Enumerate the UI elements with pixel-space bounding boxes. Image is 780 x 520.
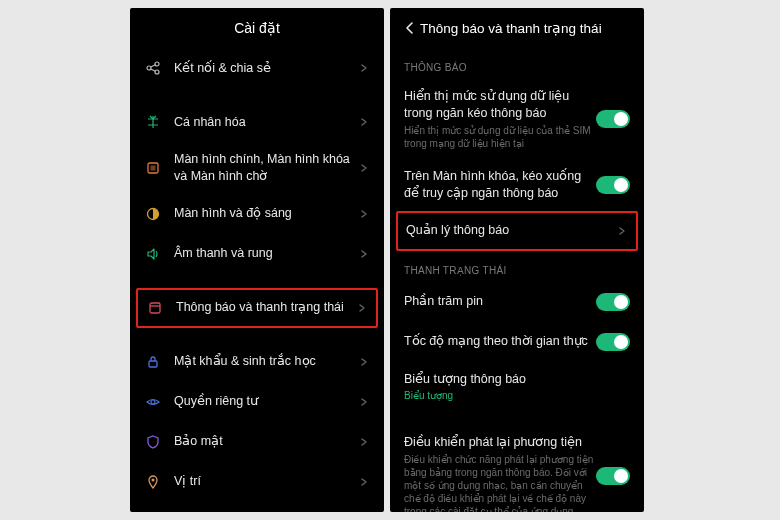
row-label: Trên Màn hình khóa, kéo xuống để truy cậ… xyxy=(404,168,596,202)
row-label: Biểu tượng thông báo xyxy=(404,371,630,388)
page-title: Cài đặt xyxy=(142,20,372,36)
notification-settings-list: THÔNG BÁO Hiển thị mức sử dụng dữ liệu t… xyxy=(390,48,644,512)
section-header: THANH TRẠNG THÁI xyxy=(390,251,644,282)
toggle-row[interactable]: Trên Màn hình khóa, kéo xuống để truy cậ… xyxy=(390,159,644,211)
svg-point-1 xyxy=(155,62,159,66)
settings-row[interactable]: Vị trí xyxy=(130,462,384,502)
chevron-right-icon xyxy=(358,436,370,448)
svg-point-12 xyxy=(152,478,155,481)
row-label: Hiển thị mức sử dụng dữ liệu trong ngăn … xyxy=(404,88,596,122)
row-label: Quyền riêng tư xyxy=(174,393,358,410)
row-label: Thông báo và thanh trạng thái xyxy=(176,299,356,316)
privacy-icon xyxy=(144,393,162,411)
settings-row[interactable]: Quyền riêng tư xyxy=(130,382,384,422)
svg-point-0 xyxy=(147,66,151,70)
row-label: Màn hình và độ sáng xyxy=(174,205,358,222)
page-title: Thông báo và thanh trạng thái xyxy=(402,20,632,36)
chevron-right-icon xyxy=(358,476,370,488)
row-label: Âm thanh và rung xyxy=(174,245,358,262)
info-row[interactable]: Biểu tượng thông báo Biểu tượng xyxy=(390,362,644,412)
home-icon xyxy=(144,159,162,177)
chevron-right-icon xyxy=(358,356,370,368)
row-label: Vị trí xyxy=(174,473,358,490)
settings-row[interactable]: Màn hình và độ sáng xyxy=(130,194,384,234)
settings-row[interactable]: Công cụ tiện lợi xyxy=(130,502,384,512)
row-label: Bảo mật xyxy=(174,433,358,450)
toggle-row[interactable]: Phần trăm pin xyxy=(390,282,644,322)
svg-rect-6 xyxy=(151,165,156,170)
row-subtitle: Điều khiển chức năng phát lại phương tiệ… xyxy=(404,453,596,512)
settings-row[interactable]: Màn hình chính, Màn hình khóa và Màn hìn… xyxy=(130,142,384,194)
row-label: Mật khẩu & sinh trắc học xyxy=(174,353,358,370)
chevron-right-icon xyxy=(358,162,370,174)
lock-icon xyxy=(144,353,162,371)
toggle-row[interactable]: Hiển thị mức sử dụng dữ liệu trong ngăn … xyxy=(390,79,644,159)
toggle-switch[interactable] xyxy=(596,176,630,194)
row-label: Quản lý thông báo xyxy=(406,222,616,239)
toggle-switch[interactable] xyxy=(596,333,630,351)
titlebar: Thông báo và thanh trạng thái xyxy=(390,8,644,48)
settings-screen: Cài đặt Kết nối & chia sẻ Cá nhân hóa Mà… xyxy=(130,8,384,512)
toggle-switch[interactable] xyxy=(596,467,630,485)
security-icon xyxy=(144,433,162,451)
row-label: Điều khiển phát lại phương tiện xyxy=(404,434,596,451)
chevron-right-icon xyxy=(356,302,368,314)
svg-rect-8 xyxy=(150,303,160,313)
chevron-right-icon xyxy=(358,62,370,74)
row-subtitle: Hiển thị mức sử dụng dữ liệu của thẻ SIM… xyxy=(404,124,596,150)
svg-point-11 xyxy=(151,400,155,404)
svg-point-2 xyxy=(155,70,159,74)
settings-row[interactable]: Thông báo và thanh trạng thái xyxy=(136,288,378,328)
row-label: Tốc độ mạng theo thời gian thực xyxy=(404,333,596,350)
svg-line-3 xyxy=(151,65,156,67)
toggle-row[interactable]: Điều khiển phát lại phương tiện Điều khi… xyxy=(390,425,644,512)
chevron-right-icon xyxy=(358,116,370,128)
sound-icon xyxy=(144,245,162,263)
row-label: Kết nối & chia sẻ xyxy=(174,60,358,77)
share-icon xyxy=(144,59,162,77)
section-header: THÔNG BÁO xyxy=(390,48,644,79)
row-subtitle: Biểu tượng xyxy=(404,389,630,402)
chevron-right-icon xyxy=(358,248,370,260)
toggle-switch[interactable] xyxy=(596,293,630,311)
back-button[interactable] xyxy=(400,18,420,38)
notification-icon xyxy=(146,299,164,317)
nav-row[interactable]: Quản lý thông báo xyxy=(396,211,638,251)
chevron-right-icon xyxy=(358,208,370,220)
settings-row[interactable]: Bảo mật xyxy=(130,422,384,462)
chevron-right-icon xyxy=(358,396,370,408)
personalize-icon xyxy=(144,113,162,131)
settings-row[interactable]: Âm thanh và rung xyxy=(130,234,384,274)
settings-row[interactable]: Cá nhân hóa xyxy=(130,102,384,142)
row-label: Phần trăm pin xyxy=(404,293,596,310)
location-icon xyxy=(144,473,162,491)
toggle-switch[interactable] xyxy=(596,110,630,128)
svg-line-4 xyxy=(151,69,156,71)
settings-row[interactable]: Mật khẩu & sinh trắc học xyxy=(130,342,384,382)
row-label: Cá nhân hóa xyxy=(174,114,358,131)
titlebar: Cài đặt xyxy=(130,8,384,48)
notification-settings-screen: Thông báo và thanh trạng thái THÔNG BÁO … xyxy=(390,8,644,512)
settings-list: Kết nối & chia sẻ Cá nhân hóa Màn hình c… xyxy=(130,48,384,512)
toggle-row[interactable]: Tốc độ mạng theo thời gian thực xyxy=(390,322,644,362)
chevron-right-icon xyxy=(616,225,628,237)
brightness-icon xyxy=(144,205,162,223)
svg-rect-10 xyxy=(149,361,157,367)
settings-row[interactable]: Kết nối & chia sẻ xyxy=(130,48,384,88)
row-label: Màn hình chính, Màn hình khóa và Màn hìn… xyxy=(174,151,358,185)
